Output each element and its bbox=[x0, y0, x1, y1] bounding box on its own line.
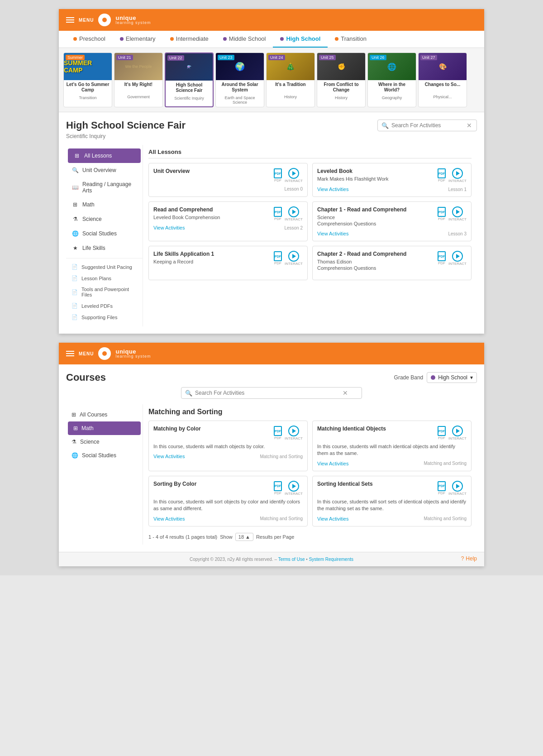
course-interact-0[interactable]: INTERACT bbox=[285, 426, 303, 440]
sidebar-item-social-studies[interactable]: 🌐 Social Studies bbox=[66, 226, 143, 241]
course-interact-1[interactable]: INTERACT bbox=[448, 426, 467, 440]
course-view-activities-0[interactable]: View Activities bbox=[153, 454, 185, 459]
course-pdf-0[interactable]: PDF PDF bbox=[274, 426, 282, 440]
interact-icon-2[interactable]: INTERACT bbox=[285, 206, 303, 221]
course-icons-0: PDF PDF INTERACT bbox=[274, 426, 303, 440]
lesson-card-2: Read and Comprehend Leveled Book Compreh… bbox=[148, 201, 308, 241]
unit-img-5: Unit 25 ✊ bbox=[317, 53, 365, 80]
requirements-link[interactable]: System Requirements bbox=[309, 557, 353, 562]
chevron-down-icon: ▾ bbox=[470, 374, 473, 381]
math-icon: ⊞ bbox=[71, 201, 79, 208]
clear-icon[interactable]: ✕ bbox=[467, 122, 472, 129]
sidebar-item-tools[interactable]: 📄 Tools and Powerpoint Files bbox=[66, 284, 143, 300]
menu-icon[interactable] bbox=[66, 17, 74, 23]
sidebar-item-life-skills[interactable]: ★ Life Skills bbox=[66, 241, 143, 255]
course-pdf-2[interactable]: PDF PDF bbox=[274, 481, 282, 495]
course-interact-3[interactable]: INTERACT bbox=[448, 481, 467, 496]
menu-icon-2[interactable] bbox=[66, 351, 74, 356]
sidebar-label-all-lessons: All Lessons bbox=[84, 153, 112, 159]
course-view-activities-2[interactable]: View Activities bbox=[153, 516, 185, 522]
main-layout: ⊞ All Lessons 🔍 Unit Overview 📖 Reading … bbox=[66, 145, 477, 326]
lesson-card-footer-2: View Activities Lesson 2 bbox=[153, 225, 303, 230]
search-input-2[interactable] bbox=[195, 390, 340, 396]
lesson-card-header-2: Read and Comprehend Leveled Book Compreh… bbox=[153, 206, 303, 221]
pdf-icon-5[interactable]: PDF PDF bbox=[438, 251, 446, 265]
unit-card-2[interactable]: Unit 22 ⚗️ High School Science Fair Scie… bbox=[165, 53, 214, 107]
terms-link[interactable]: Terms of Use bbox=[278, 557, 305, 562]
unit-img-1: Unit 21 We the People bbox=[114, 53, 162, 80]
unit-badge-5: Unit 25 bbox=[319, 55, 336, 60]
course-view-activities-1[interactable]: View Activities bbox=[317, 461, 349, 466]
sidebar-item-all-lessons[interactable]: ⊞ All Lessons bbox=[68, 148, 141, 163]
tab-elementary[interactable]: Elementary bbox=[113, 31, 163, 48]
per-page-select[interactable]: 18 ▲ bbox=[235, 533, 253, 541]
help-button[interactable]: ? Help bbox=[461, 555, 477, 562]
flask-icon: ⚗ bbox=[71, 215, 79, 223]
search-bar-2[interactable]: 🔍 ✕ bbox=[181, 387, 362, 399]
lesson-num-1: Lesson 1 bbox=[448, 187, 467, 192]
sidebar-item-supporting[interactable]: 📄 Supporting Files bbox=[66, 311, 143, 323]
unit-subject-1: Government bbox=[114, 94, 162, 101]
nav-tabs: Preschool Elementary Intermediate Middle… bbox=[59, 31, 484, 48]
unit-card-5[interactable]: Unit 25 ✊ From Conflict to Change Histor… bbox=[317, 53, 366, 107]
interact-icon-0[interactable]: INTERACT bbox=[285, 168, 303, 183]
doc-icon-4: 📄 bbox=[71, 314, 78, 320]
sidebar-item-science[interactable]: ⚗ Science bbox=[66, 435, 143, 449]
sidebar-item-unit-overview[interactable]: 🔍 Unit Overview bbox=[66, 163, 143, 177]
interact-icon-4[interactable]: INTERACT bbox=[285, 251, 303, 266]
pdf-icon-0[interactable]: PDF PDF bbox=[274, 168, 282, 182]
tab-high-school[interactable]: High School bbox=[273, 31, 328, 48]
menu-label: MENU bbox=[79, 18, 94, 23]
unit-card-4[interactable]: Unit 24 🎄 It's a Tradition History bbox=[266, 53, 315, 107]
unit-card-0[interactable]: Summer SUMMER CAMP Let's Go to Summer Ca… bbox=[63, 53, 112, 107]
sidebar-item-math[interactable]: ⊞ Math bbox=[66, 197, 143, 212]
sidebar-item-social-studies-2[interactable]: 🌐 Social Studies bbox=[66, 449, 143, 462]
sidebar-item-math[interactable]: ⊞ Math bbox=[68, 421, 141, 435]
search-bar[interactable]: 🔍 ✕ bbox=[377, 120, 477, 131]
view-activities-2[interactable]: View Activities bbox=[153, 225, 185, 230]
course-card-2: Sorting By Color PDF PDF INTERACT bbox=[148, 476, 308, 526]
course-view-activities-3[interactable]: View Activities bbox=[317, 516, 349, 522]
sidebar-item-reading[interactable]: 📖 Reading / Language Arts bbox=[66, 177, 143, 197]
course-card-1: Matching Identical Objects PDF PDF INTER… bbox=[312, 421, 472, 471]
unit-card-1[interactable]: Unit 21 We the People It's My Right! Gov… bbox=[114, 53, 163, 107]
unit-card-6[interactable]: Unit 26 🌐 Where in the World? Geography bbox=[367, 53, 416, 107]
interact-icon-5[interactable]: INTERACT bbox=[448, 251, 467, 266]
interact-icon-1[interactable]: INTERACT bbox=[448, 168, 467, 183]
courses-layout: ⊞ All Courses ⊞ Math ⚗ Science 🌐 Social … bbox=[66, 404, 477, 545]
tab-transition[interactable]: Transition bbox=[328, 31, 374, 48]
sidebar-item-all-courses[interactable]: ⊞ All Courses bbox=[66, 408, 143, 421]
course-pdf-1[interactable]: PDF PDF bbox=[438, 426, 446, 440]
unit-title-0: Let's Go to Summer Camp bbox=[64, 80, 112, 95]
footer-copyright: Copyright © 2023, n2y All rights reserve… bbox=[190, 557, 277, 562]
unit-img-6: Unit 26 🌐 bbox=[368, 53, 416, 80]
search-input[interactable] bbox=[391, 122, 464, 129]
sidebar-item-pacing[interactable]: 📄 Suggested Unit Pacing bbox=[66, 261, 143, 273]
sidebar-item-science[interactable]: ⚗ Science bbox=[66, 212, 143, 226]
pdf-icon-2[interactable]: PDF PDF bbox=[274, 207, 282, 221]
clear-icon-2[interactable]: ✕ bbox=[343, 389, 348, 397]
courses-header: Courses Grade Band High School ▾ bbox=[66, 372, 477, 383]
pdf-icon-4[interactable]: PDF PDF bbox=[274, 251, 282, 265]
courses-grid: Matching by Color PDF PDF INTERACT bbox=[148, 421, 472, 526]
tab-middle-school[interactable]: Middle School bbox=[216, 31, 273, 48]
view-activities-3[interactable]: View Activities bbox=[317, 231, 349, 236]
unit-card-3[interactable]: Unit 23 🌍 Around the Solar System Earth … bbox=[215, 53, 264, 107]
tab-preschool[interactable]: Preschool bbox=[66, 31, 113, 48]
social-studies-label: Social Studies bbox=[82, 452, 116, 459]
course-pdf-3[interactable]: PDF PDF bbox=[438, 481, 446, 495]
doc-icon-3: 📄 bbox=[71, 303, 78, 309]
tab-intermediate[interactable]: Intermediate bbox=[163, 31, 216, 48]
grade-band-select[interactable]: High School ▾ bbox=[427, 372, 477, 383]
all-courses-label: All Courses bbox=[80, 411, 107, 418]
unit-badge-2: Unit 22 bbox=[167, 55, 184, 61]
interact-icon-3[interactable]: INTERACT bbox=[448, 206, 467, 221]
sidebar-item-leveled-pdfs[interactable]: 📄 Leveled PDFs bbox=[66, 300, 143, 311]
course-interact-2[interactable]: INTERACT bbox=[285, 481, 303, 496]
unit-card-7[interactable]: Unit 27 🎨 Changes to So... Physical... bbox=[418, 53, 467, 107]
sidebar-item-lesson-plans[interactable]: 📄 Lesson Plans bbox=[66, 273, 143, 284]
unit-img-7: Unit 27 🎨 bbox=[419, 53, 467, 80]
view-activities-1[interactable]: View Activities bbox=[317, 187, 349, 192]
pdf-icon-3[interactable]: PDF PDF bbox=[438, 207, 446, 221]
pdf-icon-1[interactable]: PDF PDF bbox=[438, 168, 446, 182]
